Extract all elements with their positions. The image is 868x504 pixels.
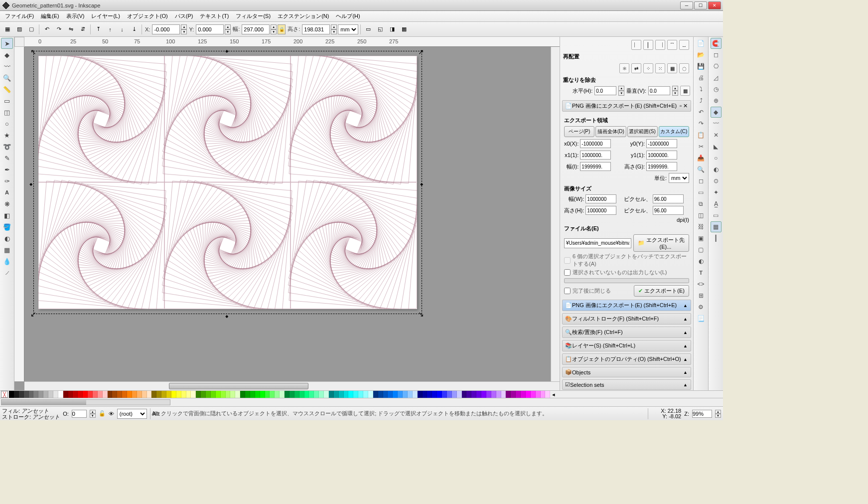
dock-fillstroke[interactable]: 🎨フィル/ストローク(F) (Shift+Ctrl+F)▲ <box>562 313 691 325</box>
dropper-tool-icon[interactable]: 💧 <box>1 256 13 267</box>
color-palette[interactable]: ╳ ◂ <box>0 390 723 398</box>
handle-e-icon[interactable]: ⬥ <box>420 179 427 186</box>
overlap-h-input[interactable] <box>594 86 616 95</box>
y-spinner[interactable]: ▲▼ <box>225 24 231 34</box>
swatch[interactable] <box>452 391 457 398</box>
swatch[interactable] <box>14 391 19 398</box>
rotate-ccw-icon[interactable]: ↶ <box>41 24 52 35</box>
swatch[interactable] <box>334 391 339 398</box>
swatch[interactable] <box>353 391 358 398</box>
zoom-spinner[interactable]: ▲▼ <box>715 410 721 418</box>
prefs-icon[interactable]: ⚙ <box>696 302 707 313</box>
rotate-cw-icon[interactable]: ↷ <box>53 24 64 35</box>
swatch[interactable] <box>103 391 108 398</box>
vscroll[interactable] <box>551 47 560 381</box>
panel-close-icon[interactable]: ✕ <box>683 103 688 109</box>
swatch[interactable] <box>196 391 201 398</box>
align-bottom-icon[interactable]: ⎵ <box>679 40 689 50</box>
swatch[interactable] <box>127 391 132 398</box>
swatch[interactable] <box>285 391 289 398</box>
swatch[interactable] <box>423 391 428 398</box>
clone-icon[interactable]: ◫ <box>696 210 707 221</box>
dock-layers[interactable]: 📚レイヤー(S) (Shift+Ctrl+L)▲ <box>562 340 691 351</box>
layer-visible-icon[interactable]: 👁 <box>109 411 114 417</box>
swatch[interactable] <box>265 391 270 398</box>
swatch[interactable] <box>122 391 127 398</box>
swatch[interactable] <box>211 391 216 398</box>
unclump-icon[interactable]: ⁙ <box>655 63 665 73</box>
affect-pattern-icon[interactable]: ▩ <box>399 24 410 35</box>
ellipse-tool-icon[interactable]: ○ <box>1 118 13 129</box>
pen-tool-icon[interactable]: ✒ <box>1 164 13 175</box>
affect-gradient-icon[interactable]: ◨ <box>387 24 398 35</box>
tab-drawing[interactable]: 描画全体(D) <box>595 126 626 137</box>
tab-page[interactable]: ページ(P) <box>564 126 594 137</box>
swatch[interactable] <box>250 391 255 398</box>
swatch[interactable] <box>19 391 24 398</box>
lower-bottom-icon[interactable]: ⤓ <box>129 24 140 35</box>
swatch[interactable] <box>58 391 63 398</box>
tab-selection[interactable]: 選択範囲(S) <box>627 126 658 137</box>
swatch[interactable] <box>240 391 245 398</box>
swatch[interactable] <box>137 391 142 398</box>
xml-icon[interactable]: <> <box>696 279 707 290</box>
print-icon[interactable]: 🖨 <box>696 72 707 83</box>
ruler-horizontal[interactable]: 0 25 50 75 100 125 150 175 200 225 250 2… <box>24 37 560 47</box>
swatch[interactable] <box>53 391 58 398</box>
palette-menu-icon[interactable]: ◂ <box>552 391 555 398</box>
swatch[interactable] <box>78 391 83 398</box>
swatch[interactable] <box>166 391 171 398</box>
snap-midedge-icon[interactable]: ◷ <box>711 84 722 95</box>
menu-object[interactable]: オブジェクト(O) <box>124 11 171 21</box>
swatch[interactable] <box>348 391 353 398</box>
export-button[interactable]: ✔エクスポート(E) <box>634 285 689 297</box>
filename-input[interactable] <box>564 238 631 248</box>
handle-se-icon[interactable]: ↘ <box>418 310 425 317</box>
close-button[interactable]: ✕ <box>708 1 721 9</box>
mesh-tool-icon[interactable]: ▦ <box>1 244 13 255</box>
swatch[interactable] <box>221 391 226 398</box>
swatch[interactable] <box>511 391 516 398</box>
flip-v-icon[interactable]: ⇵ <box>77 24 88 35</box>
swatch[interactable] <box>280 391 285 398</box>
swatch[interactable] <box>329 391 334 398</box>
swatch[interactable] <box>496 391 501 398</box>
snap-midpoint-icon[interactable]: ◐ <box>711 164 722 175</box>
swatch[interactable] <box>314 391 319 398</box>
swatch[interactable] <box>108 391 113 398</box>
y-input[interactable] <box>196 24 224 34</box>
snap-textbase-icon[interactable]: A̲ <box>711 198 722 209</box>
menu-layer[interactable]: レイヤー(L) <box>88 11 123 21</box>
opacity-spinner[interactable]: ▲▼ <box>90 410 96 418</box>
swatch[interactable] <box>486 391 491 398</box>
overlap-h-spinner[interactable]: ▲▼ <box>618 86 624 96</box>
menu-path[interactable]: パス(P) <box>172 11 196 21</box>
img-w-input[interactable] <box>585 194 616 203</box>
zoom-sel-icon[interactable]: 🔍 <box>696 164 707 175</box>
group-icon[interactable]: ▣ <box>696 233 707 244</box>
deselect-icon[interactable]: ▢ <box>26 24 37 35</box>
swatch[interactable] <box>541 391 546 398</box>
swatch[interactable] <box>358 391 363 398</box>
swatch[interactable] <box>93 391 98 398</box>
snap-cusp-icon[interactable]: ◣ <box>711 141 722 152</box>
swatch[interactable] <box>171 391 176 398</box>
menu-extension[interactable]: エクステンション(N) <box>275 11 332 21</box>
swatch[interactable] <box>147 391 152 398</box>
swatch[interactable] <box>117 391 122 398</box>
ungroup-icon[interactable]: ▢ <box>696 244 707 255</box>
swatch[interactable] <box>29 391 34 398</box>
swatch[interactable] <box>471 391 476 398</box>
swatch[interactable] <box>526 391 531 398</box>
swatch[interactable] <box>466 391 471 398</box>
dock-objects[interactable]: 📦Objects▲ <box>562 367 691 377</box>
menu-help[interactable]: ヘルプ(H) <box>333 11 363 21</box>
swatch[interactable] <box>476 391 481 398</box>
snap-toggle-icon[interactable]: 🧲 <box>711 38 722 49</box>
rect-tool-icon[interactable]: ▭ <box>1 95 13 106</box>
align-icon[interactable]: ⊞ <box>696 290 707 301</box>
3dbox-tool-icon[interactable]: ◫ <box>1 107 13 118</box>
w-spinner[interactable]: ▲▼ <box>271 24 277 34</box>
snap-center-icon[interactable]: ⊕ <box>711 95 722 106</box>
export-header[interactable]: 📄PNG 画像にエクスポート(E) (Shift+Ctrl+E) ▫✕ <box>562 100 691 112</box>
